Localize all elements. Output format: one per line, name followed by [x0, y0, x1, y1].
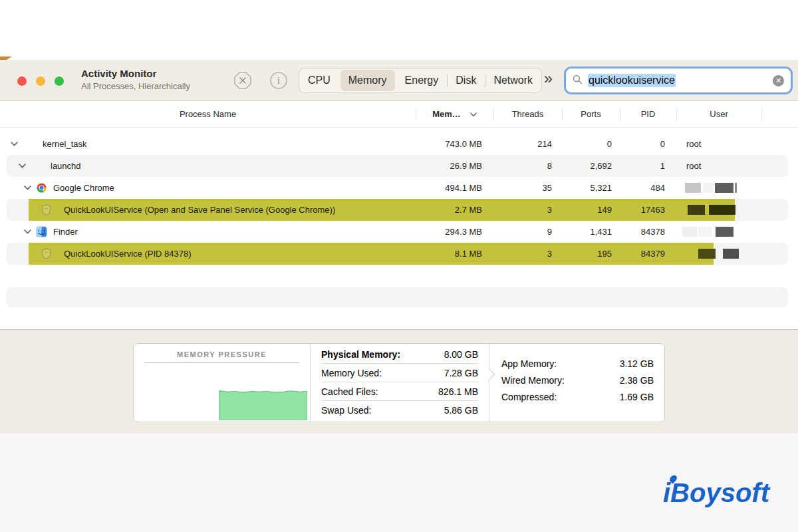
table-row[interactable]: launchd26.9 MB82,6921root: [0, 155, 798, 177]
view-tabs: CPUMemoryEnergyDiskNetwork: [299, 68, 542, 93]
stat-row: App Memory:3.12 GB: [501, 355, 654, 372]
pid-value: 84379: [598, 243, 665, 265]
x-octagon-icon: [233, 81, 253, 92]
pid-value: 17463: [598, 199, 665, 221]
memory-value: 8.1 MB: [416, 243, 482, 265]
memory-value: 26.9 MB: [416, 155, 482, 177]
minimize-window-button[interactable]: [36, 76, 45, 86]
tab-network[interactable]: Network: [485, 68, 541, 92]
table-row[interactable]: kernel_task743.0 MB21400root: [0, 133, 798, 155]
stat-row: Swap Used:5.86 GB: [321, 401, 478, 419]
stat-row: Physical Memory:8.00 GB: [321, 345, 478, 364]
memory-pressure-box: MEMORY PRESSURE: [134, 344, 310, 422]
pid-value: 0: [598, 133, 665, 155]
activity-monitor-window: Activity Monitor All Processes, Hierarch…: [0, 60, 798, 434]
watermark-logo: iBoysoft: [663, 478, 769, 508]
search-field[interactable]: quicklookuiservice ✕: [564, 66, 793, 94]
process-name: launchd: [51, 155, 81, 177]
expand-chevron-icon[interactable]: [24, 177, 31, 199]
column-header-user[interactable]: User: [676, 101, 761, 128]
clear-search-icon[interactable]: ✕: [773, 75, 784, 86]
memory-summary-panel: MEMORY PRESSURE Physical Memory:8.00 GBM…: [133, 343, 665, 422]
stat-label: Memory Used:: [321, 368, 382, 378]
table-row[interactable]: Finder294.3 MB91,43184378: [0, 221, 798, 243]
redacted-user-block: [723, 249, 739, 259]
stat-value: 1.69 GB: [620, 392, 654, 402]
table-row[interactable]: Google Chrome494.1 MB355,321484: [0, 177, 798, 199]
row-alternate-background: [7, 155, 788, 177]
stat-row: Wired Memory:2.38 GB: [501, 372, 654, 388]
table-row[interactable]: QuickLookUIService (PID 84378)8.1 MB3195…: [0, 243, 798, 265]
process-name: QuickLookUIService (PID 84378): [64, 243, 191, 265]
footer: MEMORY PRESSURE Physical Memory:8.00 GBM…: [0, 329, 798, 434]
column-header-ports[interactable]: Ports: [562, 101, 620, 128]
empty-table-row: [7, 287, 788, 307]
search-icon: [573, 74, 583, 87]
sort-chevron-down-icon: [470, 101, 477, 128]
stat-label: Cached Files:: [321, 386, 378, 397]
stat-value: 2.38 GB: [620, 375, 654, 386]
window-subtitle: All Processes, Hierarchically: [81, 81, 190, 91]
screenshot-stage: Activity Monitor All Processes, Hierarch…: [0, 0, 798, 532]
redacted-user-block: [709, 205, 735, 215]
stat-value: 7.28 GB: [444, 368, 478, 378]
column-header-pid[interactable]: PID: [620, 101, 676, 128]
column-header-threads[interactable]: Threads: [493, 101, 562, 128]
tab-cpu[interactable]: CPU: [299, 68, 339, 92]
info-icon: i: [269, 81, 289, 92]
toolbar-overflow-icon[interactable]: »: [544, 70, 553, 88]
redacted-user-block: [682, 227, 697, 237]
stat-label: Wired Memory:: [501, 375, 565, 386]
threads-value: 35: [485, 177, 552, 199]
stat-row: Memory Used:7.28 GB: [321, 364, 478, 382]
watermark-text: iBoysoft: [663, 478, 769, 507]
pid-value: 484: [598, 177, 665, 199]
stat-value: 8.00 GB: [444, 349, 478, 360]
redacted-user-block: [698, 249, 716, 259]
threads-value: 8: [485, 155, 552, 177]
process-name: Finder: [53, 221, 78, 243]
title-block: Activity Monitor All Processes, Hierarch…: [81, 68, 190, 91]
memory-value: 494.1 MB: [416, 177, 482, 199]
inspect-process-button[interactable]: i: [269, 70, 289, 90]
quicklook-icon: [40, 199, 53, 221]
chrome-icon: [36, 177, 47, 199]
tab-energy[interactable]: Energy: [396, 68, 448, 92]
column-header-process-name[interactable]: Process Name: [0, 101, 416, 128]
quit-process-button[interactable]: [233, 70, 253, 90]
window-title: Activity Monitor: [81, 68, 190, 79]
close-window-button[interactable]: [17, 76, 27, 86]
memory-pressure-title: MEMORY PRESSURE: [134, 350, 310, 358]
stat-row: Cached Files:826.1 MB: [321, 382, 478, 401]
memory-value: 294.3 MB: [416, 221, 482, 243]
pid-value: 1: [598, 155, 665, 177]
process-name: Google Chrome: [53, 177, 114, 199]
table-row[interactable]: QuickLookUIService (Open and Save Panel …: [0, 199, 798, 221]
threads-value: 3: [485, 243, 552, 265]
stat-row: Compressed:1.69 GB: [501, 388, 654, 405]
expand-chevron-icon[interactable]: [24, 221, 31, 243]
redacted-user-block: [688, 205, 705, 215]
stat-label: Compressed:: [501, 392, 557, 402]
threads-value: 3: [485, 199, 552, 221]
redacted-user-block: [735, 183, 737, 193]
tab-memory[interactable]: Memory: [340, 70, 395, 91]
zoom-window-button[interactable]: [55, 76, 64, 86]
search-input-value[interactable]: quicklookuiservice: [588, 74, 676, 87]
tab-disk[interactable]: Disk: [447, 68, 485, 92]
finder-icon: [36, 221, 47, 243]
expand-chevron-icon[interactable]: [19, 155, 26, 177]
redacted-user-block: [703, 183, 714, 193]
process-name: kernel_task: [43, 133, 86, 155]
process-name: QuickLookUIService (Open and Save Panel …: [64, 199, 335, 221]
memory-pressure-chart: [142, 368, 307, 420]
column-header-memory[interactable]: Mem…: [416, 101, 493, 128]
redacted-user-block: [715, 183, 733, 193]
threads-value: 214: [485, 133, 552, 155]
stat-label: Physical Memory:: [321, 349, 400, 360]
user-value: root: [686, 155, 701, 177]
svg-text:i: i: [277, 76, 280, 86]
memory-stats-primary: Physical Memory:8.00 GBMemory Used:7.28 …: [310, 344, 489, 422]
stat-label: App Memory:: [501, 358, 557, 369]
expand-chevron-icon[interactable]: [11, 133, 18, 155]
